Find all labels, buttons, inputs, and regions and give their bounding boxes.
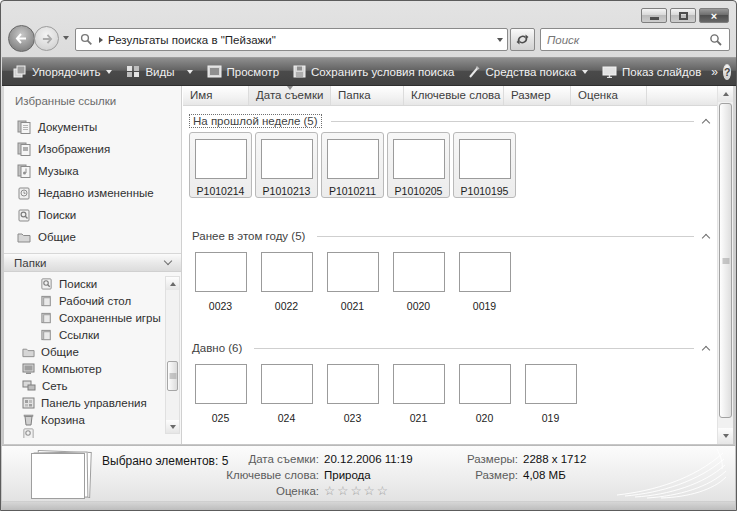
views-button[interactable]: Виды [122,62,196,81]
network-icon [22,380,36,392]
tree-item-network[interactable]: Сеть [4,377,164,394]
rating-stars[interactable]: ☆☆☆☆☆ [324,483,390,499]
address-dropdown-icon[interactable] [497,38,503,42]
address-bar[interactable]: Результаты поиска в "Пейзажи" [75,28,508,51]
column-rating[interactable]: Оценка [571,86,647,105]
column-keywords[interactable]: Ключевые слова [404,86,504,105]
tree-scrollbar-thumb[interactable] [167,361,178,391]
file-tile[interactable]: 024 [255,362,318,424]
search-tools-button[interactable]: Средства поиска [464,62,592,81]
photo-thumbnail [195,364,247,404]
tree-item-links[interactable]: Ссылки [4,326,164,343]
tree-item-label: Ссылки [59,329,100,341]
file-name: P1010195 [454,185,515,197]
file-name: P1010214 [190,185,251,197]
favorites-title: Избранные ссылки [15,95,116,107]
file-tile[interactable]: 019 [519,362,582,424]
folders-band[interactable]: Папки [4,253,181,272]
tree-item-saved-games[interactable]: Сохраненные игры [4,309,164,326]
photo-thumbnail [393,139,445,179]
tree-scrollbar[interactable] [165,276,180,434]
folders-chevron-icon [164,257,172,265]
file-tile[interactable]: P1010214 [189,132,252,198]
close-button[interactable]: × [699,8,729,23]
group-header-last-week[interactable]: На прошлой неделе (5) [189,114,709,128]
navigation-pane: Избранные ссылки Документы Изображения М… [4,86,182,444]
sidebar-item-documents[interactable]: Документы [4,116,181,138]
tree-item-recycle-bin[interactable]: Корзина [4,411,164,428]
file-tile[interactable]: 023 [321,362,384,424]
file-tile[interactable]: 0021 [321,250,384,312]
group-title[interactable]: Давно (6) [189,342,245,354]
photo-thumbnail [261,364,313,404]
file-tile[interactable]: 025 [189,362,252,424]
forward-button[interactable] [34,26,59,51]
sidebar-item-public[interactable]: Общие [4,226,181,248]
tree-item-computer[interactable]: Компьютер [4,360,164,377]
file-tile[interactable]: P1010211 [321,132,384,198]
scroll-down-icon[interactable] [718,428,733,444]
organize-button[interactable]: Упорядочить [9,62,116,81]
group-title[interactable]: Ранее в этом году (5) [189,230,308,242]
help-button[interactable]: ? [723,64,731,80]
tree-scroll-up-icon[interactable] [166,277,179,290]
views-dropdown-icon[interactable] [187,70,193,74]
main-scrollbar-thumb[interactable] [719,103,732,418]
collapse-chevron-icon[interactable] [702,118,710,126]
preview-button[interactable]: Просмотр [203,62,284,81]
group-header-earlier-this-year[interactable]: Ранее в этом году (5) [189,230,709,242]
column-date-taken[interactable]: Дата съемки [249,86,331,105]
tree-item-control-panel[interactable]: Панель управления [4,394,164,411]
views-icon [126,65,140,78]
tree-item-desktop[interactable]: Рабочий стол [4,292,164,309]
photo-thumbnail [327,139,379,179]
file-tile[interactable]: P1010205 [387,132,450,198]
documents-icon [17,120,31,134]
file-tile[interactable]: 0023 [189,250,252,312]
search-tools-icon [468,65,480,78]
minimize-button[interactable] [641,8,667,23]
file-tile[interactable]: P1010213 [255,132,318,198]
tree-item-searches[interactable]: Поиски [4,275,164,292]
group-divider [317,236,694,237]
file-tile[interactable]: 021 [387,362,450,424]
file-name: P1010205 [388,185,449,197]
tree-item-label: Рабочий стол [59,295,131,307]
column-folder[interactable]: Папка [331,86,404,105]
sidebar-item-music[interactable]: Музыка [4,160,181,182]
toolbar-overflow-button[interactable]: » [711,65,717,79]
sidebar-item-pictures[interactable]: Изображения [4,138,181,160]
maximize-icon [679,12,688,20]
collapse-chevron-icon[interactable] [702,233,710,241]
file-name: P1010211 [322,185,383,197]
search-input[interactable] [547,34,709,46]
tree-item-partially-visible[interactable] [4,428,164,438]
sidebar-item-recently-changed[interactable]: Недавно измененные [4,182,181,204]
slideshow-button[interactable]: Показ слайдов [598,62,705,81]
maximize-button[interactable] [670,8,696,23]
recent-pages-dropdown[interactable] [63,36,69,40]
scroll-up-icon[interactable] [718,86,733,102]
column-size[interactable]: Размер [504,86,571,105]
back-button[interactable] [8,25,35,52]
file-tile[interactable]: 020 [453,362,516,424]
collapse-chevron-icon[interactable] [702,345,710,353]
main-scrollbar[interactable] [717,86,733,444]
refresh-icon [516,33,529,46]
file-tile[interactable]: 0019 [453,250,516,312]
group-title[interactable]: На прошлой неделе (5) [189,114,322,128]
column-name[interactable]: Имя [183,86,249,105]
refresh-button[interactable] [510,28,535,51]
file-tile[interactable]: 0020 [387,250,450,312]
tree-item-public[interactable]: Общие [4,343,164,360]
file-name: 020 [453,412,516,424]
search-icon[interactable] [709,33,723,47]
sidebar-item-searches[interactable]: Поиски [4,204,181,226]
file-tile[interactable]: P1010195 [453,132,516,198]
save-search-button[interactable]: Сохранить условия поиска [289,62,458,81]
tree-scroll-down-icon[interactable] [166,420,179,433]
photo-thumbnail [393,252,445,292]
keywords-value[interactable]: Природа [324,467,371,483]
group-header-long-ago[interactable]: Давно (6) [189,342,709,354]
file-tile[interactable]: 0022 [255,250,318,312]
